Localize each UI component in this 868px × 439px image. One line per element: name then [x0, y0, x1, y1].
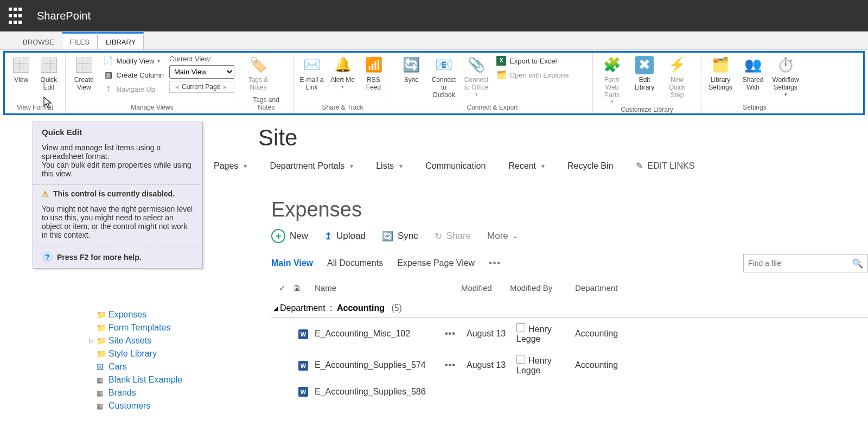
- group-manage-views: Manage Views: [70, 103, 234, 113]
- connect-office-button[interactable]: 📎Connect to Office▾: [462, 55, 491, 97]
- tags-notes-label: Tags & Notes: [244, 77, 273, 92]
- file-modified: August 13: [467, 329, 516, 339]
- app-launcher-icon[interactable]: [7, 7, 24, 24]
- upload-button[interactable]: ↥Upload: [324, 231, 366, 242]
- current-view-select[interactable]: Main View: [169, 65, 234, 79]
- search-icon[interactable]: 🔍: [852, 258, 863, 269]
- edit-library-button[interactable]: ✖Edit Library: [630, 55, 659, 92]
- find-file-input[interactable]: [748, 259, 846, 268]
- nav-recent[interactable]: Recent▾: [508, 161, 545, 171]
- new-quick-step-button[interactable]: ⚡New Quick Step: [662, 55, 692, 99]
- chevron-down-icon: ▾: [350, 162, 353, 170]
- quick-edit-label: Quick Edit: [37, 77, 61, 92]
- view-more-icon[interactable]: •••: [489, 258, 501, 268]
- workflow-settings-button[interactable]: ⏱️Workflow Settings▾: [771, 55, 800, 97]
- upload-icon: ↥: [324, 231, 332, 242]
- gear-folder-icon: 🗂️: [711, 56, 730, 74]
- view-main[interactable]: Main View: [271, 258, 313, 268]
- group-header[interactable]: ◢ Department : Accounting (5): [271, 298, 868, 318]
- navigate-up-button[interactable]: ⤴Navigate Up: [101, 83, 166, 95]
- library-settings-button[interactable]: 🗂️Library Settings: [706, 55, 735, 92]
- folder-icon: 📁: [97, 349, 106, 358]
- tooltip-help: Press F2 for more help.: [57, 253, 142, 262]
- tree-form-templates[interactable]: Form Templates: [108, 323, 170, 333]
- view-expense-page[interactable]: Expense Page View: [397, 258, 475, 268]
- checkbox[interactable]: [516, 323, 525, 332]
- current-view-label: Current View:: [169, 55, 234, 63]
- tree-blank-list[interactable]: Blank List Example: [108, 375, 182, 385]
- collapse-icon: ◢: [273, 305, 278, 312]
- tree-style-library[interactable]: Style Library: [108, 349, 157, 359]
- tree-brands[interactable]: Brands: [108, 388, 136, 398]
- modify-view-button[interactable]: 📄Modify View ▾: [101, 55, 166, 67]
- connect-outlook-button[interactable]: 📧Connect to Outlook: [429, 55, 458, 99]
- type-column-icon: 🗎: [293, 283, 315, 293]
- word-icon: W: [298, 387, 308, 397]
- view-button[interactable]: View: [9, 55, 34, 84]
- col-modified[interactable]: Modified: [461, 283, 510, 293]
- file-name: E_Accounting_Misc_102: [315, 329, 445, 339]
- list-item[interactable]: W E_Accounting_Misc_102 ••• August 13 He…: [271, 318, 868, 349]
- check-all[interactable]: ✓: [271, 283, 293, 293]
- email-link-button[interactable]: ✉️E-mail a Link: [298, 55, 326, 92]
- nav-department-portals[interactable]: Department Portals▾: [270, 161, 353, 171]
- open-explorer-button[interactable]: 🗂️Open with Explorer: [494, 69, 572, 81]
- tooltip-warn: This control is currently disabled.: [53, 189, 175, 198]
- tree-site-assets[interactable]: Site Assets: [108, 336, 151, 346]
- edit-links-button[interactable]: ✎EDIT LINKS: [636, 161, 694, 171]
- list-icon: ▦: [97, 389, 106, 397]
- group-connect-export: Connect & Export: [397, 103, 588, 113]
- col-department[interactable]: Department: [575, 283, 640, 293]
- item-menu-icon[interactable]: •••: [445, 360, 467, 370]
- quick-edit-tooltip: Quick Edit View and manage list items us…: [33, 122, 203, 269]
- file-dept: Accounting: [575, 360, 640, 370]
- tags-notes-button[interactable]: 🏷️ Tags & Notes: [244, 55, 273, 92]
- folder-icon: 📁: [97, 336, 106, 345]
- tab-browse[interactable]: BROWSE: [15, 34, 62, 49]
- checkbox[interactable]: [516, 355, 525, 364]
- nav-recycle-bin[interactable]: Recycle Bin: [567, 161, 613, 171]
- rss-feed-button[interactable]: 📶RSS Feed: [360, 55, 387, 92]
- tooltip-desc2: You can bulk edit item properties while …: [42, 161, 194, 178]
- suite-bar: SharePoint: [0, 0, 868, 31]
- create-view-button[interactable]: Create View: [70, 55, 98, 92]
- share-icon: ↻: [435, 231, 442, 242]
- quick-edit-button[interactable]: Quick Edit: [37, 55, 61, 92]
- share-button[interactable]: ↻Share: [435, 231, 471, 242]
- col-modified-by[interactable]: Modified By: [510, 283, 575, 293]
- current-page-button[interactable]: ◂Current Page▸: [169, 81, 234, 93]
- view-all-documents[interactable]: All Documents: [327, 258, 383, 268]
- file-name: E_Accounting_Supplies_574: [315, 360, 445, 370]
- new-button[interactable]: +New: [271, 229, 308, 243]
- item-menu-icon[interactable]: •••: [445, 329, 467, 339]
- more-button[interactable]: More⌄: [487, 231, 518, 241]
- nav-pages[interactable]: Pages▾: [214, 161, 247, 171]
- create-column-icon: ▥: [104, 70, 113, 80]
- chevron-down-icon: ▾: [244, 162, 247, 170]
- list-item[interactable]: W E_Accounting_Supplies_586: [271, 381, 868, 402]
- shared-with-button[interactable]: 👥Shared With: [738, 55, 768, 92]
- group-share-track: Share & Track: [298, 103, 387, 113]
- file-modified: August 13: [467, 360, 516, 370]
- create-column-button[interactable]: ▥Create Column: [101, 69, 166, 81]
- alert-me-button[interactable]: 🔔Alert Me▾: [329, 55, 356, 90]
- sync-button-toolbar[interactable]: 🔄Sync: [382, 231, 418, 242]
- nav-lists[interactable]: Lists▾: [376, 161, 403, 171]
- nav-communication[interactable]: Communication: [425, 161, 486, 171]
- list-item[interactable]: W E_Accounting_Supplies_574 ••• August 1…: [271, 349, 868, 381]
- image-icon: 🖼: [97, 363, 106, 371]
- col-name[interactable]: Name: [315, 283, 461, 293]
- tab-files[interactable]: FILES: [62, 32, 98, 49]
- export-excel-button[interactable]: XExport to Excel: [494, 55, 572, 67]
- form-icon: 🧩: [603, 56, 621, 74]
- tab-library[interactable]: LIBRARY: [98, 32, 144, 49]
- tree-cars[interactable]: Cars: [108, 362, 127, 372]
- expand-icon[interactable]: ▷: [88, 338, 94, 345]
- library-title: Expenses: [271, 198, 868, 221]
- group-tags-notes: Tags and Notes: [244, 95, 289, 113]
- sync-button[interactable]: 🔄Sync: [397, 55, 426, 84]
- tree-customers[interactable]: Customers: [108, 401, 150, 411]
- tree-expenses[interactable]: Expenses: [108, 310, 146, 320]
- form-web-parts-button[interactable]: 🧩Form Web Parts▾: [597, 55, 627, 105]
- chevron-down-icon: ▾: [611, 99, 614, 104]
